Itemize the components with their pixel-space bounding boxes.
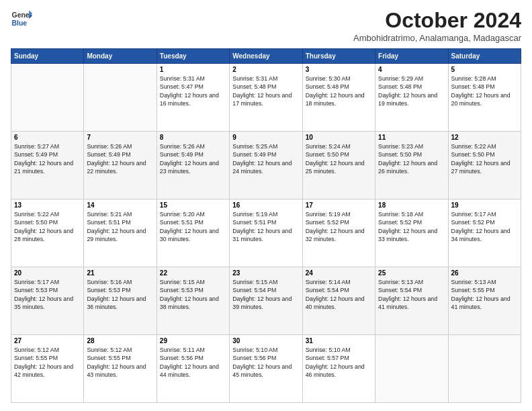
day-cell: 8Sunrise: 5:26 AMSunset: 5:49 PMDaylight… [157, 132, 229, 199]
day-info: Sunrise: 5:23 AMSunset: 5:50 PMDaylight:… [378, 142, 445, 175]
day-number: 17 [306, 201, 372, 209]
day-info: Sunrise: 5:22 AMSunset: 5:50 PMDaylight:… [14, 210, 81, 243]
day-cell: 5Sunrise: 5:28 AMSunset: 5:48 PMDaylight… [448, 64, 521, 132]
day-cell: 25Sunrise: 5:13 AMSunset: 5:54 PMDayligh… [375, 267, 448, 335]
weekday-header-row: SundayMondayTuesdayWednesdayThursdayFrid… [11, 49, 521, 64]
day-info: Sunrise: 5:19 AMSunset: 5:51 PMDaylight:… [232, 210, 299, 243]
day-cell: 18Sunrise: 5:18 AMSunset: 5:52 PMDayligh… [375, 199, 448, 267]
day-info: Sunrise: 5:12 AMSunset: 5:55 PMDaylight:… [87, 346, 153, 379]
day-number: 6 [14, 134, 81, 141]
day-cell: 16Sunrise: 5:19 AMSunset: 5:51 PMDayligh… [230, 199, 302, 267]
day-cell: 2Sunrise: 5:31 AMSunset: 5:48 PMDaylight… [230, 64, 302, 132]
day-cell: 23Sunrise: 5:15 AMSunset: 5:54 PMDayligh… [230, 267, 302, 335]
day-number: 22 [160, 269, 226, 277]
day-cell [448, 335, 521, 403]
weekday-friday: Friday [375, 49, 448, 64]
day-cell: 6Sunrise: 5:27 AMSunset: 5:49 PMDaylight… [11, 132, 84, 199]
weekday-thursday: Thursday [302, 49, 375, 64]
day-number: 8 [160, 134, 226, 141]
day-cell: 29Sunrise: 5:11 AMSunset: 5:56 PMDayligh… [157, 335, 229, 403]
weekday-sunday: Sunday [11, 49, 84, 64]
day-number: 19 [451, 201, 518, 209]
day-info: Sunrise: 5:21 AMSunset: 5:51 PMDaylight:… [87, 210, 153, 243]
day-info: Sunrise: 5:10 AMSunset: 5:57 PMDaylight:… [306, 346, 372, 379]
day-info: Sunrise: 5:20 AMSunset: 5:51 PMDaylight:… [160, 210, 226, 243]
day-number: 24 [306, 269, 372, 277]
day-info: Sunrise: 5:24 AMSunset: 5:50 PMDaylight:… [306, 142, 372, 175]
day-cell: 26Sunrise: 5:13 AMSunset: 5:55 PMDayligh… [448, 267, 521, 335]
month-title: October 2024 [353, 8, 521, 33]
weekday-saturday: Saturday [448, 49, 521, 64]
day-info: Sunrise: 5:30 AMSunset: 5:48 PMDaylight:… [306, 75, 372, 107]
day-cell [11, 64, 84, 132]
day-info: Sunrise: 5:17 AMSunset: 5:53 PMDaylight:… [14, 278, 81, 311]
day-number: 31 [306, 337, 372, 345]
day-cell [84, 64, 157, 132]
day-cell: 30Sunrise: 5:10 AMSunset: 5:56 PMDayligh… [230, 335, 302, 403]
day-info: Sunrise: 5:18 AMSunset: 5:52 PMDaylight:… [378, 210, 445, 243]
day-number: 26 [451, 269, 518, 277]
day-cell: 14Sunrise: 5:21 AMSunset: 5:51 PMDayligh… [84, 199, 157, 267]
week-row-1: 1Sunrise: 5:31 AMSunset: 5:47 PMDaylight… [11, 64, 521, 132]
day-cell: 13Sunrise: 5:22 AMSunset: 5:50 PMDayligh… [11, 199, 84, 267]
day-info: Sunrise: 5:11 AMSunset: 5:56 PMDaylight:… [160, 346, 226, 379]
day-info: Sunrise: 5:15 AMSunset: 5:54 PMDaylight:… [232, 278, 299, 311]
day-info: Sunrise: 5:12 AMSunset: 5:55 PMDaylight:… [14, 346, 81, 379]
day-number: 7 [87, 134, 153, 141]
day-info: Sunrise: 5:31 AMSunset: 5:48 PMDaylight:… [232, 75, 299, 107]
day-cell: 20Sunrise: 5:17 AMSunset: 5:53 PMDayligh… [11, 267, 84, 335]
day-number: 2 [232, 66, 299, 73]
day-info: Sunrise: 5:13 AMSunset: 5:55 PMDaylight:… [451, 278, 518, 311]
day-number: 3 [306, 66, 372, 73]
day-number: 23 [232, 269, 299, 277]
subtitle: Ambohidratrimo, Analamanga, Madagascar [353, 33, 521, 43]
day-cell: 3Sunrise: 5:30 AMSunset: 5:48 PMDaylight… [302, 64, 375, 132]
page: General Blue October 2024 Ambohidratrimo… [0, 0, 532, 411]
weekday-tuesday: Tuesday [157, 49, 229, 64]
day-info: Sunrise: 5:14 AMSunset: 5:54 PMDaylight:… [306, 278, 372, 311]
day-cell: 22Sunrise: 5:15 AMSunset: 5:53 PMDayligh… [157, 267, 229, 335]
calendar-table: SundayMondayTuesdayWednesdayThursdayFrid… [11, 48, 521, 403]
day-number: 28 [87, 337, 153, 345]
day-info: Sunrise: 5:25 AMSunset: 5:49 PMDaylight:… [232, 142, 299, 175]
day-info: Sunrise: 5:19 AMSunset: 5:52 PMDaylight:… [306, 210, 372, 243]
day-cell: 4Sunrise: 5:29 AMSunset: 5:48 PMDaylight… [375, 64, 448, 132]
day-cell: 7Sunrise: 5:26 AMSunset: 5:49 PMDaylight… [84, 132, 157, 199]
day-cell: 21Sunrise: 5:16 AMSunset: 5:53 PMDayligh… [84, 267, 157, 335]
day-number: 9 [232, 134, 299, 141]
day-cell: 31Sunrise: 5:10 AMSunset: 5:57 PMDayligh… [302, 335, 375, 403]
day-info: Sunrise: 5:31 AMSunset: 5:47 PMDaylight:… [160, 75, 226, 107]
day-info: Sunrise: 5:17 AMSunset: 5:52 PMDaylight:… [451, 210, 518, 243]
day-number: 4 [378, 66, 445, 73]
day-cell [375, 335, 448, 403]
day-cell: 12Sunrise: 5:22 AMSunset: 5:50 PMDayligh… [448, 132, 521, 199]
day-number: 18 [378, 201, 445, 209]
day-cell: 27Sunrise: 5:12 AMSunset: 5:55 PMDayligh… [11, 335, 84, 403]
day-info: Sunrise: 5:27 AMSunset: 5:49 PMDaylight:… [14, 142, 81, 175]
day-info: Sunrise: 5:26 AMSunset: 5:49 PMDaylight:… [160, 142, 226, 175]
week-row-2: 6Sunrise: 5:27 AMSunset: 5:49 PMDaylight… [11, 132, 521, 199]
day-info: Sunrise: 5:28 AMSunset: 5:48 PMDaylight:… [451, 75, 518, 107]
day-number: 16 [232, 201, 299, 209]
day-info: Sunrise: 5:15 AMSunset: 5:53 PMDaylight:… [160, 278, 226, 311]
day-number: 27 [14, 337, 81, 345]
logo: General Blue [11, 8, 32, 30]
day-number: 10 [306, 134, 372, 141]
day-info: Sunrise: 5:26 AMSunset: 5:49 PMDaylight:… [87, 142, 153, 175]
header: General Blue October 2024 Ambohidratrimo… [11, 8, 521, 43]
day-number: 15 [160, 201, 226, 209]
day-cell: 9Sunrise: 5:25 AMSunset: 5:49 PMDaylight… [230, 132, 302, 199]
day-cell: 19Sunrise: 5:17 AMSunset: 5:52 PMDayligh… [448, 199, 521, 267]
day-number: 12 [451, 134, 518, 141]
day-info: Sunrise: 5:16 AMSunset: 5:53 PMDaylight:… [87, 278, 153, 311]
day-number: 5 [451, 66, 518, 73]
day-cell: 28Sunrise: 5:12 AMSunset: 5:55 PMDayligh… [84, 335, 157, 403]
day-cell: 17Sunrise: 5:19 AMSunset: 5:52 PMDayligh… [302, 199, 375, 267]
svg-text:Blue: Blue [12, 19, 28, 27]
day-cell: 24Sunrise: 5:14 AMSunset: 5:54 PMDayligh… [302, 267, 375, 335]
week-row-5: 27Sunrise: 5:12 AMSunset: 5:55 PMDayligh… [11, 335, 521, 403]
day-cell: 15Sunrise: 5:20 AMSunset: 5:51 PMDayligh… [157, 199, 229, 267]
weekday-monday: Monday [84, 49, 157, 64]
day-number: 13 [14, 201, 81, 209]
day-number: 30 [232, 337, 299, 345]
